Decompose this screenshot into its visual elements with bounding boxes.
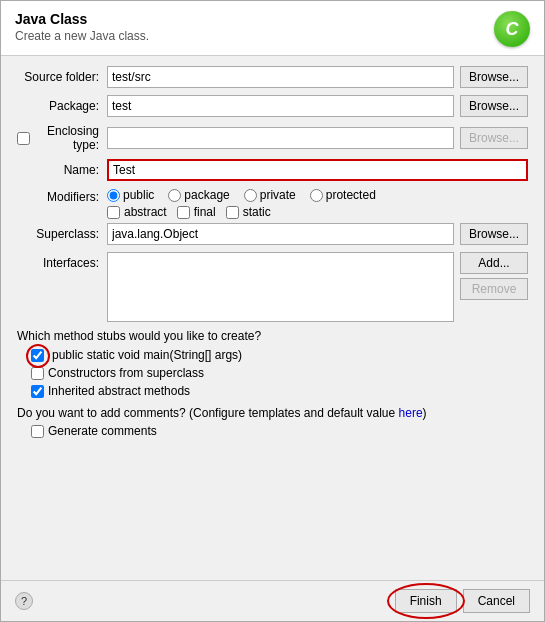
dialog-body: Source folder: Browse... Package: Browse… bbox=[1, 56, 544, 580]
enclosing-type-input[interactable] bbox=[107, 127, 454, 149]
superclass-label: Superclass: bbox=[17, 227, 107, 241]
package-browse-button[interactable]: Browse... bbox=[460, 95, 528, 117]
main-method-checkbox-wrapper bbox=[31, 349, 48, 362]
method-stubs-section: Which method stubs would you like to cre… bbox=[17, 329, 528, 398]
name-label: Name: bbox=[17, 163, 107, 177]
comments-question: Do you want to add comments? (Configure … bbox=[17, 406, 528, 420]
generate-comments-checkbox[interactable] bbox=[31, 425, 44, 438]
interfaces-textarea[interactable] bbox=[107, 252, 454, 322]
java-class-dialog: Java Class Create a new Java class. C So… bbox=[0, 0, 545, 622]
access-modifier-group: public package private protected bbox=[107, 188, 528, 202]
help-button[interactable]: ? bbox=[15, 592, 33, 610]
superclass-input[interactable] bbox=[107, 223, 454, 245]
source-folder-label: Source folder: bbox=[17, 70, 107, 84]
modifier-private-label[interactable]: private bbox=[244, 188, 296, 202]
method-stubs-question: Which method stubs would you like to cre… bbox=[17, 329, 528, 343]
header-left: Java Class Create a new Java class. bbox=[15, 11, 149, 43]
constructors-label[interactable]: Constructors from superclass bbox=[31, 366, 528, 380]
source-folder-browse-button[interactable]: Browse... bbox=[460, 66, 528, 88]
main-method-checkbox[interactable] bbox=[31, 349, 44, 362]
modifier-private-radio[interactable] bbox=[244, 189, 257, 202]
modifiers-content: public package private protected bbox=[107, 188, 528, 219]
modifier-static-label[interactable]: static bbox=[226, 205, 271, 219]
source-folder-input[interactable] bbox=[107, 66, 454, 88]
eclipse-logo: C bbox=[494, 11, 530, 47]
name-input[interactable] bbox=[107, 159, 528, 181]
main-method-label[interactable]: public static void main(String[] args) bbox=[31, 348, 528, 362]
enclosing-type-row: Enclosing type: Browse... bbox=[17, 124, 528, 152]
package-label: Package: bbox=[17, 99, 107, 113]
superclass-browse-button[interactable]: Browse... bbox=[460, 223, 528, 245]
enclosing-type-checkbox[interactable] bbox=[17, 132, 30, 145]
cancel-button[interactable]: Cancel bbox=[463, 589, 530, 613]
dialog-title: Java Class bbox=[15, 11, 149, 27]
modifier-package-radio[interactable] bbox=[168, 189, 181, 202]
modifier-static-checkbox[interactable] bbox=[226, 206, 239, 219]
logo-letter: C bbox=[506, 20, 519, 38]
dialog-subtitle: Create a new Java class. bbox=[15, 29, 149, 43]
package-row: Package: Browse... bbox=[17, 95, 528, 117]
modifiers-label: Modifiers: bbox=[17, 188, 107, 204]
comments-section: Do you want to add comments? (Configure … bbox=[17, 406, 528, 438]
other-modifier-group: abstract final static bbox=[107, 205, 528, 219]
modifier-public-label[interactable]: public bbox=[107, 188, 154, 202]
finish-button-wrapper: Finish bbox=[395, 589, 457, 613]
inherited-methods-checkbox[interactable] bbox=[31, 385, 44, 398]
source-folder-row: Source folder: Browse... bbox=[17, 66, 528, 88]
modifier-package-label[interactable]: package bbox=[168, 188, 229, 202]
interfaces-row: Interfaces: Add... Remove bbox=[17, 252, 528, 322]
finish-button[interactable]: Finish bbox=[395, 589, 457, 613]
modifier-abstract-checkbox[interactable] bbox=[107, 206, 120, 219]
interfaces-label: Interfaces: bbox=[17, 252, 107, 270]
remove-interface-button[interactable]: Remove bbox=[460, 278, 528, 300]
comments-indent: Generate comments bbox=[31, 424, 528, 438]
modifier-protected-label[interactable]: protected bbox=[310, 188, 376, 202]
generate-comments-label[interactable]: Generate comments bbox=[31, 424, 528, 438]
modifier-final-checkbox[interactable] bbox=[177, 206, 190, 219]
modifier-abstract-label[interactable]: abstract bbox=[107, 205, 167, 219]
method-stubs-list: public static void main(String[] args) C… bbox=[31, 348, 528, 398]
package-input[interactable] bbox=[107, 95, 454, 117]
modifier-final-label[interactable]: final bbox=[177, 205, 216, 219]
name-row: Name: bbox=[17, 159, 528, 181]
constructors-checkbox[interactable] bbox=[31, 367, 44, 380]
dialog-footer: ? Finish Cancel bbox=[1, 580, 544, 621]
comments-here-link[interactable]: here bbox=[399, 406, 423, 420]
modifier-protected-radio[interactable] bbox=[310, 189, 323, 202]
modifier-public-radio[interactable] bbox=[107, 189, 120, 202]
inherited-methods-label[interactable]: Inherited abstract methods bbox=[31, 384, 528, 398]
superclass-row: Superclass: Browse... bbox=[17, 223, 528, 245]
add-interface-button[interactable]: Add... bbox=[460, 252, 528, 274]
footer-left: ? bbox=[15, 592, 33, 610]
modifiers-row: Modifiers: public package private bbox=[17, 188, 528, 219]
footer-right: Finish Cancel bbox=[395, 589, 530, 613]
dialog-header: Java Class Create a new Java class. C bbox=[1, 1, 544, 56]
enclosing-type-label: Enclosing type: bbox=[17, 124, 107, 152]
enclosing-type-browse-button: Browse... bbox=[460, 127, 528, 149]
interfaces-buttons: Add... Remove bbox=[460, 252, 528, 300]
